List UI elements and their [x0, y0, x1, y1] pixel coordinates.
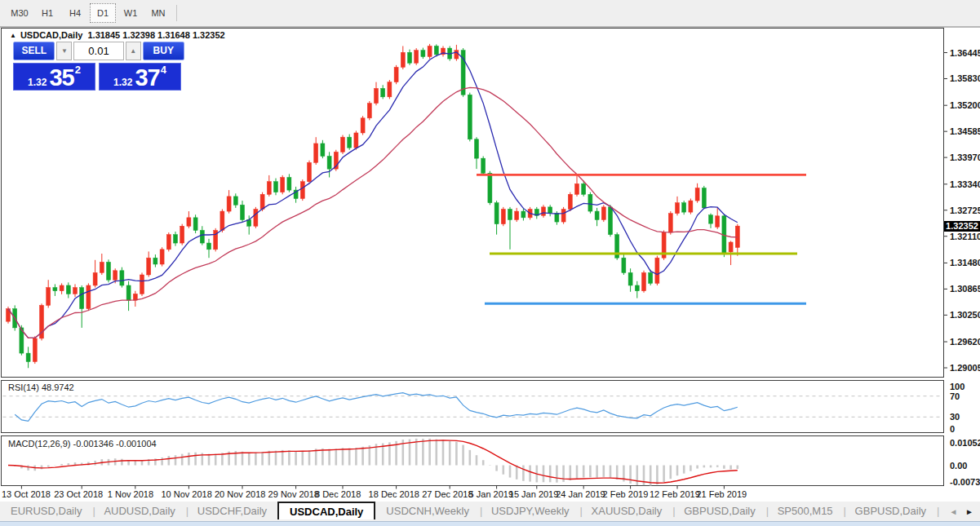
bid-pip-digit: 2 [75, 66, 81, 74]
ask-big-digits: 37 [135, 67, 159, 88]
price-axis-label: 1.35200 [950, 100, 980, 110]
date-axis-label: 10 Nov 2018 [161, 489, 211, 499]
chart-tab-sp500-m15[interactable]: SP500,M15 [767, 502, 844, 521]
price-axis-label: 1.31480 [950, 258, 980, 267]
ask-pip-digit: 4 [161, 66, 166, 74]
price-axis-label: 1.29620 [950, 337, 980, 347]
date-axis-label: 23 Oct 2018 [54, 489, 103, 499]
date-axis-label: 13 Oct 2018 [2, 489, 51, 499]
date-axis-label: 8 Dec 2018 [315, 489, 361, 499]
macd-axis-label: 0.00 [950, 461, 967, 471]
tab-scroll-left-icon[interactable]: ◄ [950, 507, 958, 516]
chart-tab-usdjpy-weekly[interactable]: USDJPY,Weekly [481, 502, 580, 521]
rsi-indicator-label: RSI(14) 48.9742 [8, 382, 74, 392]
price-axis-label: 1.29005 [950, 363, 980, 373]
timeframe-toolbar: M30H1H4D1W1MN [0, 0, 980, 28]
timeframe-button-M30[interactable]: M30 [7, 3, 33, 23]
date-axis-label: 18 Dec 2018 [369, 489, 419, 499]
price-axis-label: 1.35830 [950, 73, 980, 83]
price-axis-label: 1.34585 [950, 126, 980, 136]
toolbar-separator [176, 5, 177, 21]
chart-tab-usdcad-daily[interactable]: USDCAD,Daily [277, 502, 375, 519]
date-axis-label: 21 Feb 2019 [696, 489, 747, 499]
chart-title: ▲USDCAD,Daily 1.31845 1.32398 1.31648 1.… [10, 30, 225, 40]
lot-decrease-button[interactable]: ▼ [56, 42, 72, 60]
price-axis-label: 1.30865 [950, 284, 980, 294]
chart-tab-gbpusd-daily[interactable]: GBPUSD,Daily [845, 502, 937, 521]
chart-tab-xauusd-daily[interactable]: XAUUSD,Daily [581, 502, 673, 521]
rsi-axis-label: 0 [950, 424, 955, 434]
lot-size-input[interactable]: 0.01 [73, 42, 123, 60]
chart-tab-usdchf-daily[interactable]: USDCHF,Daily [187, 502, 277, 521]
rsi-axis-label: 70 [950, 391, 960, 401]
macd-axis-label: 0.010525 [950, 438, 980, 448]
macd-indicator-label: MACD(12,26,9) -0.001346 -0.001004 [8, 439, 157, 449]
bid-prefix: 1.32 [28, 77, 47, 88]
chart-ohlc-values: 1.31845 1.32398 1.31648 1.32352 [87, 30, 224, 40]
date-axis-label: 1 Nov 2018 [108, 489, 153, 499]
rsi-axis-label: 30 [950, 412, 960, 422]
price-axis-label: 1.30250 [950, 310, 980, 320]
timeframe-button-D1[interactable]: D1 [90, 3, 116, 23]
date-axis-label: 5 Jan 2019 [469, 489, 513, 499]
timeframe-button-H4[interactable]: H4 [62, 3, 88, 23]
date-axis-label: 24 Jan 2019 [556, 489, 605, 499]
date-axis-label: 20 Nov 2018 [215, 489, 265, 499]
chart-tab-eurusd-daily[interactable]: EURUSD,Daily [0, 502, 92, 521]
timeframe-button-MN[interactable]: MN [145, 3, 171, 23]
price-axis-label: 1.32725 [950, 206, 980, 215]
rsi-axis-label: 100 [950, 382, 964, 391]
tab-scroll-right-icon[interactable]: ► [965, 507, 973, 516]
mt4-window: M30H1H4D1W1MN ▲USDCAD,Daily 1.31845 1.32… [0, 0, 980, 526]
collapse-panel-icon[interactable]: ▲ [10, 32, 16, 39]
date-axis-label: 27 Dec 2018 [422, 489, 472, 499]
bid-quote-panel[interactable]: 1.32352 [13, 63, 95, 91]
timeframe-button-W1[interactable]: W1 [118, 3, 144, 23]
price-axis-label: 1.32110 [950, 232, 980, 241]
chart-tab-usdcnh-weekly[interactable]: USDCNH,Weekly [375, 502, 480, 521]
date-axis-label: 15 Jan 2019 [509, 489, 559, 499]
bid-big-digits: 35 [49, 67, 73, 88]
price-axis-label: 1.36445 [950, 48, 980, 58]
sell-button[interactable]: SELL [13, 42, 55, 60]
date-axis-label: 12 Feb 2019 [650, 489, 700, 499]
current-price-badge: 1.32352 [944, 221, 980, 232]
bottom-strip [0, 521, 980, 526]
lot-increase-button[interactable]: ▲ [126, 42, 141, 60]
ask-prefix: 1.32 [113, 77, 132, 88]
chart-tab-bar: EURUSD,Daily|AUDUSD,Daily|USDCHF,DailyUS… [0, 502, 980, 521]
macd-axis-label: -0.0073 [950, 477, 980, 487]
chart-tab-gbpusd-daily[interactable]: GBPUSD,Daily [673, 502, 765, 521]
tab-separator: | [937, 502, 938, 521]
chart-tab-audusd-daily[interactable]: AUDUSD,Daily [93, 502, 185, 521]
buy-button[interactable]: BUY [143, 42, 184, 60]
ask-quote-panel[interactable]: 1.32374 [99, 63, 181, 91]
one-click-trading-panel: SELL ▼ 0.01 ▲ BUY 1.32352 1.32374 [13, 42, 184, 91]
chart-symbol-label: USDCAD,Daily [20, 30, 82, 40]
timeframe-button-H1[interactable]: H1 [34, 3, 60, 23]
date-axis-label: 29 Nov 2018 [268, 489, 319, 499]
price-axis-label: 1.33340 [950, 179, 980, 189]
price-axis-label: 1.33970 [950, 152, 980, 162]
date-axis-label: 2 Feb 2019 [603, 489, 649, 499]
